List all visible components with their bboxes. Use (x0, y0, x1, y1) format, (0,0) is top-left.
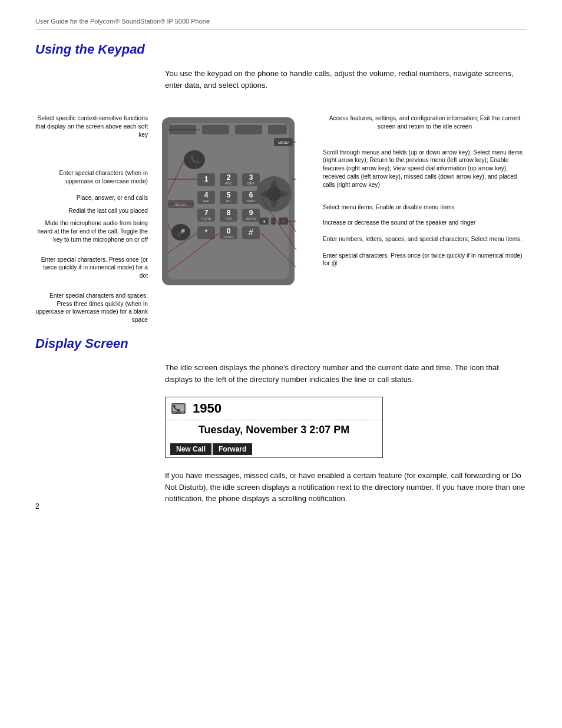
screen-new-call-btn: New Call (170, 443, 211, 455)
phone-screen-mockup: 1950 Tuesday, November 3 2:07 PM New Cal… (165, 397, 383, 458)
svg-text:7: 7 (204, 209, 209, 217)
screen-number-line: 1950 (166, 397, 382, 420)
left-annotations: Select specific context-sensitive functi… (35, 108, 150, 324)
svg-text:2: 2 (227, 173, 231, 182)
svg-text:1: 1 (204, 175, 209, 183)
svg-text:*: * (204, 228, 208, 237)
svg-text:8: 8 (227, 209, 231, 217)
screen-datetime: Tuesday, November 3 2:07 PM (166, 420, 382, 441)
ann-calls-label: Place, answer, or end calls (35, 194, 150, 202)
svg-text:JKL: JKL (226, 199, 232, 203)
svg-text:+: + (282, 219, 285, 223)
svg-text:PQRS: PQRS (201, 217, 211, 220)
phone-icon (170, 402, 187, 415)
svg-text:REDIAL: REDIAL (174, 203, 187, 206)
keypad-intro: You use the keypad on the phone to handl… (165, 68, 527, 91)
svg-text:#: # (249, 228, 253, 237)
ann-special-chars-label: Enter special characters (when in upperc… (35, 169, 150, 186)
display-intro: The idle screen displays the phone’s dir… (165, 362, 527, 385)
svg-text:TUV: TUV (225, 217, 232, 220)
ann-select-label: Select menu items; Enable or disable men… (323, 203, 527, 212)
section-display: Display Screen The idle screen displays … (35, 336, 527, 505)
svg-text:📞: 📞 (190, 154, 200, 164)
svg-text:GHI: GHI (203, 199, 210, 203)
page-header: User Guide for the Polycom® SoundStation… (35, 18, 527, 30)
ann-space-label: Enter special characters and spaces. Pre… (35, 292, 150, 324)
ann-scroll-label: Scroll through menus and fields (up or d… (323, 149, 527, 189)
svg-text:WXYZ: WXYZ (246, 217, 256, 220)
svg-text:5: 5 (227, 191, 231, 199)
ann-soft-keys-label: Select specific context-sensitive functi… (35, 114, 150, 139)
ann-dot-label: Enter special characters. Press once (or… (35, 256, 150, 280)
ann-at-label: Enter special characters. Press once (or… (323, 252, 527, 268)
ann-menu-label: Access features, settings, and configura… (323, 114, 527, 131)
svg-text:◄: ◄ (262, 219, 266, 223)
ann-numbers-label: Enter numbers, letters, spaces, and spec… (323, 235, 527, 243)
screen-buttons: New Call Forward (166, 441, 382, 457)
svg-text:3: 3 (249, 173, 253, 182)
svg-text:0: 0 (227, 227, 231, 235)
page-number: 2 (35, 502, 39, 510)
ann-mute-label: Mute the microphone audio from being hea… (35, 219, 150, 243)
svg-point-75 (181, 411, 184, 414)
svg-rect-74 (173, 412, 176, 413)
svg-text:🎤: 🎤 (177, 228, 186, 237)
svg-text:6: 6 (249, 191, 253, 199)
screen-forward-btn: Forward (213, 443, 252, 455)
keypad-image: MENU (150, 108, 318, 324)
screen-number: 1950 (193, 401, 222, 416)
ann-volume-label: Increase or decrease the sound of the sp… (323, 219, 527, 227)
svg-rect-3 (202, 125, 229, 134)
svg-point-13 (267, 187, 281, 201)
svg-rect-5 (268, 125, 287, 134)
right-annotations: Access features, settings, and configura… (318, 108, 527, 324)
svg-text:4: 4 (204, 191, 209, 199)
section-keypad-title: Using the Keypad (35, 42, 527, 57)
display-footer: If you have messages, missed calls, or h… (165, 470, 527, 505)
section-keypad: Using the Keypad You use the keypad on t… (35, 42, 527, 324)
ann-redial-label: Redial the last call you placed (35, 207, 150, 215)
svg-text:DEF: DEF (247, 182, 254, 185)
svg-text:MNO: MNO (247, 199, 255, 203)
section-display-title: Display Screen (35, 336, 527, 351)
header-text: User Guide for the Polycom® SoundStation… (35, 18, 210, 25)
svg-text:ABC: ABC (225, 182, 233, 185)
svg-text:OPER: OPER (223, 235, 234, 239)
svg-text:MENU: MENU (278, 141, 289, 144)
svg-rect-4 (235, 125, 262, 134)
svg-text:9: 9 (249, 209, 253, 217)
keypad-diagram: Select specific context-sensitive functi… (35, 108, 527, 324)
